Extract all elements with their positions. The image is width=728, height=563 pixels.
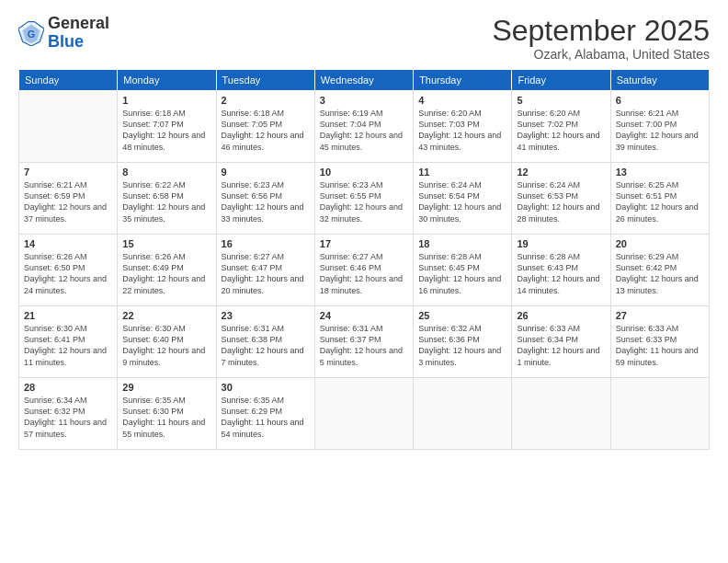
month-title: September 2025 — [492, 15, 710, 47]
calendar-cell-3-3: 16Sunrise: 6:27 AM Sunset: 6:47 PM Dayli… — [216, 235, 314, 306]
calendar-cell-5-4 — [314, 378, 413, 450]
day-number: 22 — [122, 310, 210, 321]
day-info: Sunrise: 6:26 AM Sunset: 6:49 PM Dayligh… — [122, 251, 210, 296]
day-info: Sunrise: 6:23 AM Sunset: 6:55 PM Dayligh… — [320, 179, 408, 224]
page: G General Blue September 2025 Ozark, Ala… — [0, 0, 728, 563]
day-number: 3 — [320, 95, 408, 106]
day-info: Sunrise: 6:33 AM Sunset: 6:33 PM Dayligh… — [616, 323, 704, 368]
calendar-cell-4-3: 23Sunrise: 6:31 AM Sunset: 6:38 PM Dayli… — [216, 306, 314, 378]
day-info: Sunrise: 6:19 AM Sunset: 7:04 PM Dayligh… — [320, 108, 408, 153]
calendar-header-saturday: Saturday — [610, 70, 709, 91]
day-number: 6 — [616, 95, 704, 106]
calendar-cell-3-5: 18Sunrise: 6:28 AM Sunset: 6:45 PM Dayli… — [414, 235, 512, 306]
calendar-cell-4-6: 26Sunrise: 6:33 AM Sunset: 6:34 PM Dayli… — [512, 306, 610, 378]
calendar-cell-3-1: 14Sunrise: 6:26 AM Sunset: 6:50 PM Dayli… — [19, 235, 118, 306]
day-number: 20 — [616, 238, 704, 249]
calendar-cell-3-4: 17Sunrise: 6:27 AM Sunset: 6:46 PM Dayli… — [314, 235, 413, 306]
day-number: 8 — [122, 167, 210, 178]
day-number: 10 — [320, 167, 408, 178]
day-number: 21 — [24, 310, 112, 321]
week-row-4: 21Sunrise: 6:30 AM Sunset: 6:41 PM Dayli… — [19, 306, 710, 378]
day-number: 17 — [320, 238, 408, 249]
day-number: 25 — [418, 310, 506, 321]
day-info: Sunrise: 6:20 AM Sunset: 7:02 PM Dayligh… — [517, 108, 605, 153]
calendar-header-row: SundayMondayTuesdayWednesdayThursdayFrid… — [19, 70, 710, 91]
week-row-1: 1Sunrise: 6:18 AM Sunset: 7:07 PM Daylig… — [19, 91, 710, 163]
day-number: 19 — [517, 238, 605, 249]
day-info: Sunrise: 6:24 AM Sunset: 6:54 PM Dayligh… — [418, 179, 506, 224]
day-info: Sunrise: 6:28 AM Sunset: 6:43 PM Dayligh… — [517, 251, 605, 296]
calendar-cell-5-3: 30Sunrise: 6:35 AM Sunset: 6:29 PM Dayli… — [216, 378, 314, 450]
calendar-cell-5-5 — [414, 378, 512, 450]
day-number: 4 — [418, 95, 506, 106]
day-info: Sunrise: 6:34 AM Sunset: 6:32 PM Dayligh… — [24, 395, 112, 440]
calendar-cell-2-3: 9Sunrise: 6:23 AM Sunset: 6:56 PM Daylig… — [216, 163, 314, 235]
day-number: 1 — [122, 95, 210, 106]
day-number: 15 — [122, 238, 210, 249]
calendar-cell-5-2: 29Sunrise: 6:35 AM Sunset: 6:30 PM Dayli… — [118, 378, 216, 450]
header: G General Blue September 2025 Ozark, Ala… — [18, 15, 710, 62]
calendar-cell-1-7: 6Sunrise: 6:21 AM Sunset: 7:00 PM Daylig… — [610, 91, 709, 163]
calendar-cell-1-2: 1Sunrise: 6:18 AM Sunset: 7:07 PM Daylig… — [118, 91, 216, 163]
calendar-cell-2-5: 11Sunrise: 6:24 AM Sunset: 6:54 PM Dayli… — [414, 163, 512, 235]
day-info: Sunrise: 6:20 AM Sunset: 7:03 PM Dayligh… — [418, 108, 506, 153]
day-number: 9 — [222, 167, 310, 178]
day-number: 7 — [24, 167, 112, 178]
calendar-cell-4-7: 27Sunrise: 6:33 AM Sunset: 6:33 PM Dayli… — [610, 306, 709, 378]
logo-line2: Blue — [48, 33, 109, 52]
day-info: Sunrise: 6:22 AM Sunset: 6:58 PM Dayligh… — [122, 179, 210, 224]
day-info: Sunrise: 6:31 AM Sunset: 6:38 PM Dayligh… — [222, 323, 310, 368]
calendar-cell-1-6: 5Sunrise: 6:20 AM Sunset: 7:02 PM Daylig… — [512, 91, 610, 163]
calendar-header-sunday: Sunday — [19, 70, 118, 91]
day-info: Sunrise: 6:25 AM Sunset: 6:51 PM Dayligh… — [616, 179, 704, 224]
day-info: Sunrise: 6:32 AM Sunset: 6:36 PM Dayligh… — [418, 323, 506, 368]
day-info: Sunrise: 6:27 AM Sunset: 6:47 PM Dayligh… — [222, 251, 310, 296]
day-number: 26 — [517, 310, 605, 321]
day-number: 2 — [222, 95, 310, 106]
day-info: Sunrise: 6:29 AM Sunset: 6:42 PM Dayligh… — [616, 251, 704, 296]
calendar-header-friday: Friday — [512, 70, 610, 91]
day-info: Sunrise: 6:24 AM Sunset: 6:53 PM Dayligh… — [517, 179, 605, 224]
day-number: 29 — [122, 382, 210, 393]
day-info: Sunrise: 6:35 AM Sunset: 6:30 PM Dayligh… — [122, 395, 210, 440]
day-info: Sunrise: 6:21 AM Sunset: 7:00 PM Dayligh… — [616, 108, 704, 153]
calendar-cell-2-7: 13Sunrise: 6:25 AM Sunset: 6:51 PM Dayli… — [610, 163, 709, 235]
calendar-cell-5-6 — [512, 378, 610, 450]
day-info: Sunrise: 6:23 AM Sunset: 6:56 PM Dayligh… — [222, 179, 310, 224]
day-number: 27 — [616, 310, 704, 321]
day-info: Sunrise: 6:33 AM Sunset: 6:34 PM Dayligh… — [517, 323, 605, 368]
day-info: Sunrise: 6:28 AM Sunset: 6:45 PM Dayligh… — [418, 251, 506, 296]
calendar-header-wednesday: Wednesday — [314, 70, 413, 91]
day-info: Sunrise: 6:18 AM Sunset: 7:07 PM Dayligh… — [122, 108, 210, 153]
calendar-header-monday: Monday — [118, 70, 216, 91]
calendar-header-tuesday: Tuesday — [216, 70, 314, 91]
day-info: Sunrise: 6:18 AM Sunset: 7:05 PM Dayligh… — [222, 108, 310, 153]
week-row-5: 28Sunrise: 6:34 AM Sunset: 6:32 PM Dayli… — [19, 378, 710, 450]
calendar-cell-2-2: 8Sunrise: 6:22 AM Sunset: 6:58 PM Daylig… — [118, 163, 216, 235]
day-number: 28 — [24, 382, 112, 393]
calendar-cell-2-6: 12Sunrise: 6:24 AM Sunset: 6:53 PM Dayli… — [512, 163, 610, 235]
day-number: 11 — [418, 167, 506, 178]
day-number: 14 — [24, 238, 112, 249]
calendar-cell-4-4: 24Sunrise: 6:31 AM Sunset: 6:37 PM Dayli… — [314, 306, 413, 378]
calendar-cell-2-4: 10Sunrise: 6:23 AM Sunset: 6:55 PM Dayli… — [314, 163, 413, 235]
day-number: 23 — [222, 310, 310, 321]
day-number: 16 — [222, 238, 310, 249]
week-row-2: 7Sunrise: 6:21 AM Sunset: 6:59 PM Daylig… — [19, 163, 710, 235]
calendar-cell-5-1: 28Sunrise: 6:34 AM Sunset: 6:32 PM Dayli… — [19, 378, 118, 450]
calendar: SundayMondayTuesdayWednesdayThursdayFrid… — [18, 69, 710, 450]
calendar-header-thursday: Thursday — [414, 70, 512, 91]
svg-text:G: G — [28, 28, 35, 39]
logo-line1: General — [48, 15, 109, 33]
logo-icon: G — [18, 20, 44, 46]
day-info: Sunrise: 6:35 AM Sunset: 6:29 PM Dayligh… — [222, 395, 310, 440]
day-number: 13 — [616, 167, 704, 178]
day-number: 24 — [320, 310, 408, 321]
logo: G General Blue — [18, 15, 109, 52]
day-info: Sunrise: 6:30 AM Sunset: 6:41 PM Dayligh… — [24, 323, 112, 368]
day-number: 12 — [517, 167, 605, 178]
day-info: Sunrise: 6:26 AM Sunset: 6:50 PM Dayligh… — [24, 251, 112, 296]
calendar-cell-4-2: 22Sunrise: 6:30 AM Sunset: 6:40 PM Dayli… — [118, 306, 216, 378]
calendar-cell-1-3: 2Sunrise: 6:18 AM Sunset: 7:05 PM Daylig… — [216, 91, 314, 163]
calendar-cell-2-1: 7Sunrise: 6:21 AM Sunset: 6:59 PM Daylig… — [19, 163, 118, 235]
